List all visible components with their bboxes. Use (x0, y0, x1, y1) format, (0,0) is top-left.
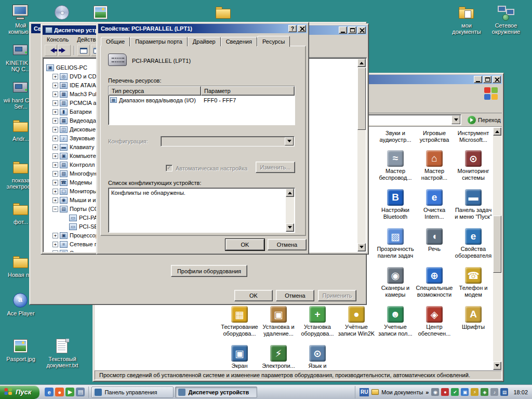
dm-tree-item-19[interactable]: +▣Процессор (52, 231, 99, 240)
resource-list[interactable]: Тип ресурса Параметр ▦Диапазон ввода/выв… (108, 86, 295, 125)
dm-tree-item-0[interactable]: ▣GELIOS-PC (46, 63, 87, 72)
dm-tree-item-3[interactable]: +▦Mach3 Puls (52, 90, 99, 98)
dm-tree-item-14[interactable]: +▢Мониторы (52, 187, 97, 195)
cp-item-5[interactable]: ⊙Мониторинг системы (455, 150, 492, 181)
desktop-icon-pictures[interactable] (82, 4, 119, 21)
dm-tree-item-20[interactable]: +≡Сетевые п (52, 240, 98, 248)
quick-launch-media[interactable]: ▶ (65, 388, 74, 396)
cp-item-6[interactable]: BНастройки Bluetooth (377, 189, 414, 220)
cp-item-10[interactable]: ◖Речь (416, 228, 453, 252)
dm-menu-item-0[interactable]: Консоль (43, 35, 73, 44)
expand-toggle-icon[interactable]: + (52, 109, 58, 115)
sp-cancel-button[interactable]: Отмена (276, 290, 314, 301)
desktop-icon-text-document[interactable]: Текстовый документ.txt (44, 338, 81, 368)
cp-item-9[interactable]: ▨Прозрачность панели задач (377, 228, 414, 259)
dm-tree-item-15[interactable]: +◉Мыши и и (52, 196, 96, 204)
dm-maximize-button[interactable] (348, 26, 356, 34)
task-button-0[interactable]: Панель управления (91, 387, 174, 398)
expand-toggle-icon[interactable]: + (52, 118, 58, 124)
cp-item-7[interactable]: eОчистка Intern... (416, 189, 453, 220)
toolbar-chevron-icon[interactable]: » (425, 389, 429, 395)
cp-item-21[interactable]: AШрифты (455, 306, 492, 330)
cp-item-13[interactable]: ⊕Специальные возможности (416, 267, 453, 298)
expand-toggle-icon[interactable]: + (52, 197, 58, 203)
dm-tree-item-18[interactable]: ▭PCI-SE (69, 222, 98, 231)
expand-toggle-icon[interactable]: + (52, 83, 58, 88)
desktop-icon-cd-disc[interactable] (44, 4, 81, 21)
cp-maximize-button[interactable] (483, 76, 491, 83)
scroll-thumb[interactable] (493, 216, 501, 273)
dm-tree-item-10[interactable]: +▣Компьюте (52, 152, 96, 160)
tray-icon-7[interactable]: ♪ (490, 388, 498, 396)
sp-ok-button[interactable]: OK (234, 290, 273, 301)
cp-close-button[interactable] (493, 76, 501, 83)
dm-tree-item-16[interactable]: −▤Порты (CO (52, 205, 99, 213)
expand-toggle-icon[interactable]: + (52, 153, 58, 159)
tray-icon-4[interactable]: ▣ (461, 388, 469, 396)
cp-item-22[interactable]: ▣Экран (221, 345, 258, 369)
expand-toggle-icon[interactable]: + (52, 242, 58, 247)
cp-item-12[interactable]: ◉Сканеры и камеры (377, 267, 414, 298)
expand-toggle-icon[interactable]: + (52, 74, 58, 79)
conflicts-scrollbar[interactable] (286, 189, 294, 232)
cp-item-14[interactable]: ☎Телефон и модем (455, 267, 492, 298)
cp-item-11[interactable]: eСвойства обозревателя (455, 228, 492, 259)
cp-item-1[interactable]: Игровые устройства (416, 129, 453, 143)
scroll-up-icon[interactable] (286, 189, 294, 197)
go-button[interactable]: Переход (467, 114, 502, 126)
tab-0[interactable]: Общие (101, 37, 130, 46)
tray-icon-3[interactable]: ✔ (451, 388, 459, 396)
dm-tree-item-21[interactable]: +▤Системны (52, 249, 97, 252)
tab-4[interactable]: Ресурсы (257, 36, 290, 47)
cp-scrollbar[interactable] (493, 127, 501, 370)
address-dropdown-icon[interactable] (451, 115, 460, 124)
expand-toggle-icon[interactable]: + (52, 136, 58, 141)
desktop-icon-setevoe-okruzhenie[interactable]: Сетевое окружение (487, 4, 525, 35)
expand-toggle-icon[interactable]: + (52, 144, 58, 150)
tab-3[interactable]: Сведения (221, 37, 257, 46)
help-button[interactable]: ? (288, 25, 297, 32)
quick-launch-ie[interactable]: e (45, 388, 54, 396)
scroll-thumb[interactable] (357, 68, 366, 130)
dm-tree-item-9[interactable]: +▬Клавиату (52, 143, 94, 151)
cp-item-0[interactable]: Звуки и аудиоустр... (377, 129, 414, 143)
dm-tree-item-4[interactable]: +▥PCMCIA а (52, 99, 96, 107)
dialog-title-bar[interactable]: Свойства: PCI-PARALLEL (LPT1) ? (98, 24, 307, 33)
dm-toolbar-button-1[interactable] (77, 45, 90, 56)
expand-toggle-icon[interactable]: + (52, 91, 58, 97)
forward-button[interactable] (58, 45, 71, 56)
scroll-down-icon[interactable] (493, 362, 501, 370)
expand-toggle-icon[interactable]: + (52, 189, 58, 194)
cp-item-20[interactable]: ◈Центр обеспечен... (416, 306, 453, 337)
quick-launch-show-desktop[interactable]: ▤ (76, 388, 85, 396)
dm-minimize-button[interactable] (339, 26, 347, 34)
tray-icon-6[interactable]: ◈ (481, 388, 488, 396)
expand-toggle-icon[interactable]: + (52, 162, 58, 168)
ok-button[interactable]: OK (225, 239, 264, 250)
cp-item-15[interactable]: ▦Тестирование оборудова... (221, 306, 258, 337)
conflicts-box[interactable]: Конфликты не обнаружены. (108, 188, 295, 233)
cp-item-19[interactable]: ☻Учетные записи пол... (377, 306, 414, 337)
tray-icon-8[interactable]: ▤ (500, 388, 508, 396)
scroll-down-icon[interactable] (286, 223, 294, 232)
desktop-icon-top-folder[interactable] (205, 4, 242, 21)
my-documents-toolbar[interactable]: Мои документы (381, 389, 423, 395)
hardware-profiles-button[interactable]: Профили оборудования (171, 265, 247, 277)
cp-item-3[interactable]: ≈Мастер беспровод... (377, 150, 414, 181)
quick-launch-firefox[interactable]: ● (55, 388, 64, 396)
expand-toggle-icon[interactable]: + (52, 100, 58, 106)
expand-toggle-icon[interactable]: − (52, 206, 58, 212)
desktop-icon-moi-dokumenty[interactable]: мои документы (448, 4, 485, 35)
dm-scrollbar[interactable] (357, 59, 366, 251)
tab-1[interactable]: Параметры порта (130, 37, 188, 46)
scroll-up-icon[interactable] (357, 59, 366, 67)
dm-tree-item-11[interactable]: +▤Контролл (52, 161, 95, 169)
dm-tree-item-2[interactable]: +▤IDE ATA/A (52, 81, 96, 89)
expand-toggle-icon[interactable]: + (52, 180, 58, 185)
column-parameter[interactable]: Параметр (201, 86, 295, 96)
cp-item-18[interactable]: ●Учётные записи Win2K (338, 306, 375, 337)
task-button-1[interactable]: Диспетчер устройств (175, 387, 257, 398)
expand-toggle-icon[interactable]: + (52, 171, 58, 177)
scroll-down-icon[interactable] (357, 243, 366, 251)
language-indicator[interactable]: RU (360, 388, 369, 396)
